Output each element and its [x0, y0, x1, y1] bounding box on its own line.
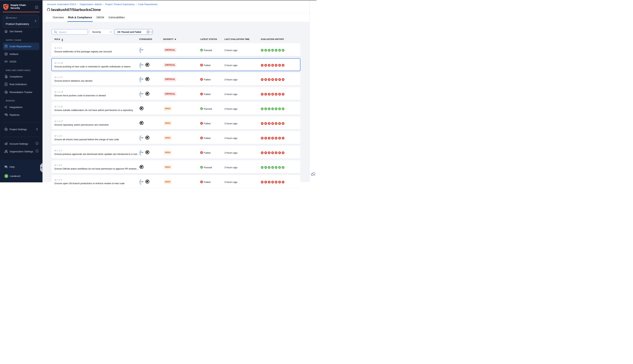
svg-text:?: ? — [5, 166, 6, 167]
